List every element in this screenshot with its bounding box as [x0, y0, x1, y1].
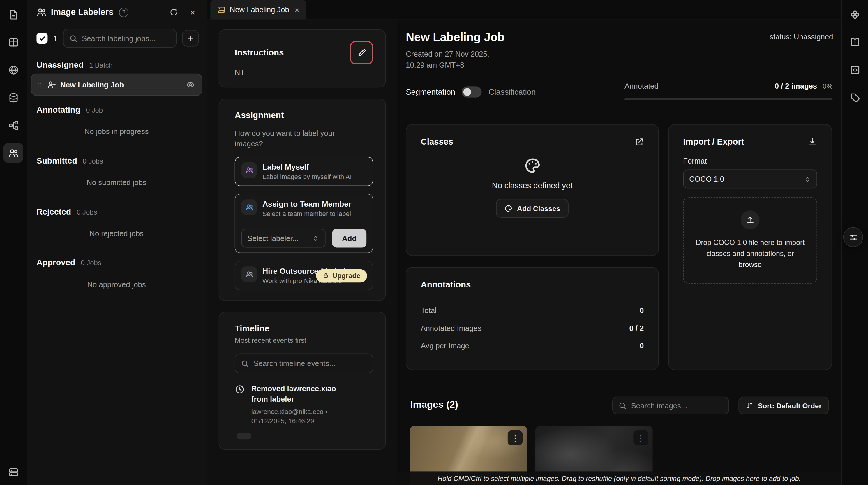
book-icon[interactable] — [845, 32, 865, 52]
close-sidebar-button[interactable]: × — [186, 5, 200, 19]
pencil-icon — [357, 48, 366, 57]
annotation-progress: Annotated 0 / 2 images 0% — [624, 82, 833, 100]
classes-empty-text: No classes defined yet — [492, 181, 572, 190]
section-name: Approved — [36, 258, 75, 267]
images-section-title: Images (2) — [410, 399, 458, 410]
upgrade-label: Upgrade — [332, 272, 360, 280]
sort-icon — [746, 402, 753, 409]
browse-link[interactable]: browse — [738, 260, 762, 269]
assignment-card: Assignment How do you want to label your… — [219, 98, 386, 301]
search-icon — [618, 401, 627, 410]
instructions-title: Instructions — [235, 48, 284, 57]
annotations-card: Annotations Total 0 Annotated Images 0 /… — [406, 267, 659, 370]
mode-toggle[interactable] — [462, 86, 482, 97]
annotations-row-images: Annotated Images 0 / 2 — [421, 324, 644, 333]
palette-icon — [523, 157, 541, 175]
flower-icon[interactable] — [845, 4, 865, 24]
section-name: Submitted — [36, 155, 77, 165]
download-icon[interactable] — [808, 137, 817, 146]
timeline-event: Removed lawrence.xiao from labeler lawre… — [235, 383, 373, 425]
add-labeler-button[interactable]: Add — [332, 229, 366, 248]
person-icon — [242, 162, 257, 178]
help-icon[interactable]: ? — [119, 7, 128, 17]
event-title-line1: Removed lawrence.xiao — [251, 383, 336, 394]
workflow-icon[interactable] — [3, 115, 23, 135]
section-rejected: Rejected 0 Jobs — [27, 200, 207, 220]
add-job-button[interactable]: + — [182, 30, 199, 47]
content-area: Instructions Nil Assignment How do you w… — [207, 20, 841, 485]
images-search-input[interactable] — [631, 401, 723, 410]
timeline-chip — [237, 432, 251, 439]
globe-icon[interactable] — [3, 60, 23, 80]
tab-bar: New Labeling Job × — [207, 0, 841, 20]
refresh-button[interactable] — [166, 5, 181, 19]
documents-icon[interactable] — [3, 4, 23, 24]
search-icon — [241, 360, 249, 368]
timeline-search-input[interactable] — [253, 360, 367, 368]
layout-icon[interactable] — [3, 32, 23, 52]
labelers-icon[interactable] — [3, 143, 23, 163]
instructions-content: Nil — [235, 69, 373, 77]
jobs-search[interactable] — [63, 29, 177, 48]
format-value: COCO 1.0 — [689, 175, 724, 183]
drag-handle-icon[interactable] — [36, 81, 43, 89]
option-title: Label Myself — [262, 162, 352, 171]
job-item-new-labeling-job[interactable]: New Labeling Job — [31, 74, 202, 96]
external-link-icon[interactable] — [634, 137, 644, 146]
progress-bar — [624, 98, 833, 100]
labelers-icon — [36, 7, 46, 17]
sort-label: Sort: Default Order — [758, 401, 822, 410]
empty-rejected: No rejected jobs — [27, 220, 207, 251]
option-subtitle: Label images by myself with AI — [262, 173, 352, 181]
database-icon[interactable] — [3, 87, 23, 107]
add-classes-button[interactable]: Add Classes — [496, 199, 568, 218]
main-panel: New Labeling Job status: Unassigned Crea… — [397, 20, 841, 485]
search-icon — [69, 34, 78, 42]
import-dropzone[interactable]: Drop COCO 1.0 file here to import classe… — [683, 197, 817, 284]
section-count: 0 Jobs — [81, 259, 101, 267]
assignment-title: Assignment — [235, 110, 284, 119]
annotations-row-avg: Avg per Image 0 — [421, 342, 644, 350]
upgrade-badge[interactable]: Upgrade — [316, 269, 367, 282]
toggle-knob — [464, 88, 472, 96]
option-hire-outsourced[interactable]: Hire Outsourced Labeler Work with pro Ni… — [235, 261, 373, 290]
assignment-question: How do you want to label your images? — [235, 128, 351, 149]
sort-button[interactable]: Sort: Default Order — [738, 397, 829, 415]
format-select[interactable]: COCO 1.0 — [683, 170, 817, 189]
images-search[interactable] — [612, 397, 729, 415]
section-annotating: Annotating 0 Job — [27, 98, 207, 117]
import-export-title: Import / Export — [683, 137, 744, 147]
timeline-search[interactable] — [235, 353, 373, 373]
edit-instructions-button[interactable] — [350, 41, 373, 64]
rows-icon[interactable] — [3, 462, 23, 482]
section-count: 0 Jobs — [83, 158, 103, 165]
empty-submitted: No submitted jobs — [27, 168, 207, 200]
event-meta: lawrence.xiao@nika.eco • — [251, 408, 336, 416]
labeler-select[interactable]: Select labeler... — [242, 229, 326, 248]
event-timestamp: 01/12/2025, 16:46:29 — [251, 417, 336, 425]
code-icon[interactable] — [845, 60, 865, 80]
import-export-card: Import / Export Format COCO 1.0 Drop COC… — [668, 124, 832, 370]
progress-value: 0 / 2 images — [775, 82, 817, 90]
jobs-search-input[interactable] — [82, 34, 170, 42]
tab-new-labeling-job[interactable]: New Labeling Job × — [210, 0, 306, 20]
select-all-checkbox[interactable] — [36, 33, 48, 44]
sidebar-header: Image Labelers ? × — [27, 0, 207, 25]
annotations-title: Annotations — [421, 280, 471, 289]
option-label-myself[interactable]: Label Myself Label images by myself with… — [235, 157, 373, 186]
eye-icon[interactable] — [186, 81, 195, 89]
sliders-button[interactable] — [843, 227, 863, 247]
kebab-menu-icon[interactable]: ⋮ — [633, 430, 648, 445]
section-name: Unassigned — [36, 60, 84, 69]
option-assign-team-member[interactable]: Assign to Team Member Select a team memb… — [235, 194, 373, 253]
tab-close-icon[interactable]: × — [295, 5, 300, 14]
section-approved: Approved 0 Jobs — [27, 251, 207, 270]
event-title-line2: from labeler — [251, 394, 336, 404]
section-count: 0 Job — [86, 106, 103, 114]
section-name: Annotating — [36, 105, 80, 114]
person-plus-icon — [47, 81, 56, 89]
section-name: Rejected — [36, 207, 71, 216]
timeline-card: Timeline Most recent events first Remove… — [219, 312, 386, 450]
kebab-menu-icon[interactable]: ⋮ — [508, 430, 523, 445]
tag-icon[interactable] — [845, 87, 865, 107]
